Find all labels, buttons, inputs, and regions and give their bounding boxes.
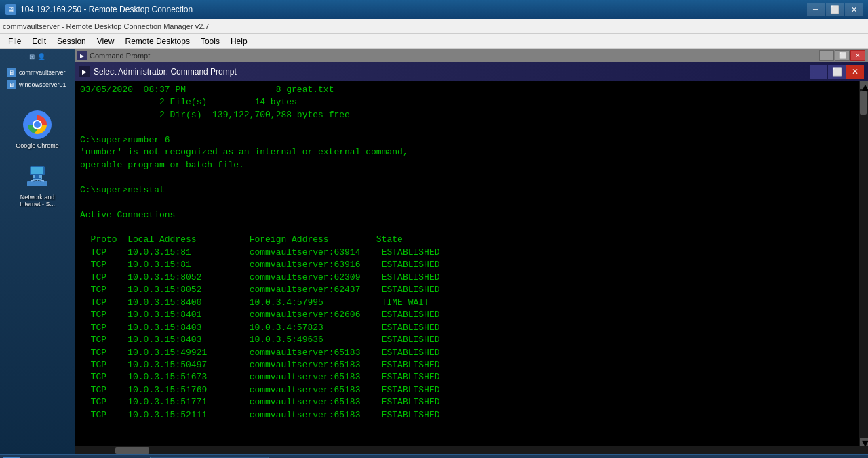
menu-session[interactable]: Session bbox=[52, 35, 92, 47]
window-title-bar: 🖥 104.192.169.250 - Remote Desktop Conne… bbox=[0, 0, 868, 19]
cmd-line-3: 2 Dir(s) 139,122,700,288 bytes free bbox=[80, 110, 350, 120]
svg-rect-6 bbox=[41, 181, 47, 186]
close-button[interactable]: ✕ bbox=[845, 3, 863, 16]
cmd-hscrollbar[interactable] bbox=[75, 446, 868, 454]
minimize-button[interactable]: ─ bbox=[807, 3, 825, 16]
hscrollbar-thumb[interactable] bbox=[115, 447, 149, 454]
menu-help[interactable]: Help bbox=[225, 35, 253, 47]
desktop-icon-network[interactable]: Network and Internet - S... bbox=[13, 160, 62, 207]
chrome-icon bbox=[23, 110, 52, 139]
window-icon: 🖥 bbox=[5, 4, 16, 15]
cmd-line-5: 'number' is not recognized as an interna… bbox=[80, 147, 408, 157]
cmd-outer-max[interactable]: ⬜ bbox=[835, 50, 850, 61]
cmd-max-button[interactable]: ⬜ bbox=[828, 65, 846, 79]
scrollbar-up-btn[interactable]: ▲ bbox=[860, 81, 868, 89]
window-title: 104.192.169.250 - Remote Desktop Connect… bbox=[20, 5, 193, 14]
cmd-blank-4 bbox=[80, 222, 85, 232]
outer-wrapper: 🖥 104.192.169.250 - Remote Desktop Conne… bbox=[0, 0, 868, 458]
cmd-row-6: TCP 10.0.3.15:8401 commvaultserver:62606… bbox=[80, 310, 440, 320]
svg-rect-5 bbox=[34, 181, 41, 186]
cmd-row-8: TCP 10.0.3.15:8403 10.0.3.5:49636 ESTABL… bbox=[80, 335, 440, 345]
rdp-menubar: commvaultserver - Remote Desktop Connect… bbox=[0, 19, 868, 34]
menu-tools[interactable]: Tools bbox=[195, 35, 225, 47]
cmd-row-4: TCP 10.0.3.15:8052 commvaultserver:62437… bbox=[80, 285, 440, 295]
desktop-area: ▶ Command Prompt ─ ⬜ ✕ ▶ Select Administ… bbox=[75, 49, 868, 454]
svg-rect-13 bbox=[35, 175, 39, 178]
rdp-title-label: commvaultserver - Remote Desktop Connect… bbox=[3, 22, 209, 30]
cmd-output: 03/05/2020 08:37 PM 8 great.txt 2 File(s… bbox=[75, 81, 868, 424]
sidebar-label-1: commvaultserver bbox=[19, 69, 66, 76]
cmd-row-7: TCP 10.0.3.15:8403 10.0.3.4:57823 ESTABL… bbox=[80, 322, 440, 333]
cmd-line-4: C:\super>number 6 bbox=[80, 135, 170, 145]
cmd-min-button[interactable]: ─ bbox=[810, 65, 827, 79]
menu-file[interactable]: File bbox=[3, 35, 26, 47]
cmd-row-1: TCP 10.0.3.15:81 commvaultserver:63914 E… bbox=[80, 247, 440, 257]
title-bar-controls: ─ ⬜ ✕ bbox=[807, 3, 863, 16]
cmd-row-11: TCP 10.0.3.15:51673 commvaultserver:6518… bbox=[80, 372, 440, 382]
desktop-icon-chrome[interactable]: Google Chrome bbox=[16, 108, 59, 149]
left-sidebar: ⊞ 👤 🖥 commvaultserver 🖥 windowsserver01 bbox=[0, 49, 75, 454]
cmd-inner-icon: ▶ bbox=[79, 66, 90, 77]
chrome-label: Google Chrome bbox=[16, 142, 59, 149]
cmd-line-8: Active Connections bbox=[80, 210, 175, 220]
cmd-title-text: Select Administrator: Command Prompt bbox=[94, 67, 237, 77]
cmd-row-3: TCP 10.0.3.15:8052 commvaultserver:62309… bbox=[80, 272, 440, 283]
restore-button[interactable]: ⬜ bbox=[826, 3, 844, 16]
cmd-row-13: TCP 10.0.3.15:51771 commvaultserver:6518… bbox=[80, 397, 440, 407]
cmd-row-2: TCP 10.0.3.15:81 commvaultserver:63916 E… bbox=[80, 259, 440, 270]
cmd-content-area[interactable]: 03/05/2020 08:37 PM 8 great.txt 2 File(s… bbox=[75, 81, 868, 446]
cmd-blank-2 bbox=[80, 172, 85, 182]
server-icon-2: 🖥 bbox=[7, 80, 16, 89]
scrollbar-thumb[interactable] bbox=[860, 91, 867, 114]
menu-remote-desktops[interactable]: Remote Desktops bbox=[120, 35, 195, 47]
sidebar-item-windows[interactable]: 🖥 windowsserver01 bbox=[4, 79, 71, 91]
cmd-outer-bar: ▶ Command Prompt ─ ⬜ ✕ bbox=[75, 49, 868, 62]
cmd-line-6: operable program or batch file. bbox=[80, 160, 244, 170]
cmd-row-14: TCP 10.0.3.15:52111 commvaultserver:6518… bbox=[80, 410, 440, 420]
svg-rect-12 bbox=[31, 167, 43, 174]
windows-taskbar: ⊞ 🔍 📁 🌐 📂 ⭐ 🎮 📊 ▶ Administrator: Command… bbox=[0, 454, 868, 458]
cmd-line-7: C:\super>netstat bbox=[80, 185, 165, 195]
network-icon bbox=[23, 162, 52, 190]
scrollbar-down-btn[interactable]: ▼ bbox=[860, 438, 868, 446]
svg-rect-4 bbox=[27, 181, 34, 186]
cmd-line-1: 03/05/2020 08:37 PM 8 great.txt bbox=[80, 85, 334, 95]
cmd-row-10: TCP 10.0.3.15:50497 commvaultserver:6518… bbox=[80, 360, 440, 370]
sidebar-label-2: windowsserver01 bbox=[19, 81, 66, 88]
cmd-row-12: TCP 10.0.3.15:51769 commvaultserver:6518… bbox=[80, 385, 440, 395]
cmd-outer-icon: ▶ bbox=[77, 51, 87, 60]
cmd-outer-title: Command Prompt bbox=[90, 51, 150, 60]
cmd-blank-1 bbox=[80, 122, 85, 132]
cmd-row-5: TCP 10.0.3.15:8400 10.0.3.4:57995 TIME_W… bbox=[80, 297, 429, 308]
cmd-outer-close[interactable]: ✕ bbox=[850, 50, 865, 61]
sidebar-item-commvault[interactable]: 🖥 commvaultserver bbox=[4, 66, 71, 79]
cmd-blank-3 bbox=[80, 197, 85, 207]
cmd-row-9: TCP 10.0.3.15:49921 commvaultserver:6518… bbox=[80, 348, 440, 358]
sidebar-icon-1[interactable]: ⊞ bbox=[29, 53, 35, 60]
cmd-vscrollbar[interactable]: ▲ ▼ bbox=[859, 81, 868, 446]
menu-view[interactable]: View bbox=[92, 35, 120, 47]
title-bar-left: 🖥 104.192.169.250 - Remote Desktop Conne… bbox=[5, 4, 193, 15]
sidebar-icon-2[interactable]: 👤 bbox=[37, 53, 45, 60]
cmd-inner-title: ▶ Select Administrator: Command Prompt ─… bbox=[75, 62, 868, 81]
svg-point-3 bbox=[34, 121, 41, 128]
menu-edit[interactable]: Edit bbox=[26, 35, 52, 47]
svg-rect-14 bbox=[33, 178, 41, 179]
svg-line-10 bbox=[37, 180, 44, 181]
cmd-outer-min[interactable]: ─ bbox=[819, 50, 834, 61]
svg-line-8 bbox=[31, 180, 37, 181]
cmd-close-button[interactable]: ✕ bbox=[846, 65, 864, 79]
server-icon-1: 🖥 bbox=[7, 68, 16, 77]
cmd-header: Proto Local Address Foreign Address Stat… bbox=[80, 234, 403, 245]
network-label: Network and Internet - S... bbox=[13, 194, 62, 207]
cmd-line-2: 2 File(s) 14 bytes bbox=[80, 97, 297, 107]
